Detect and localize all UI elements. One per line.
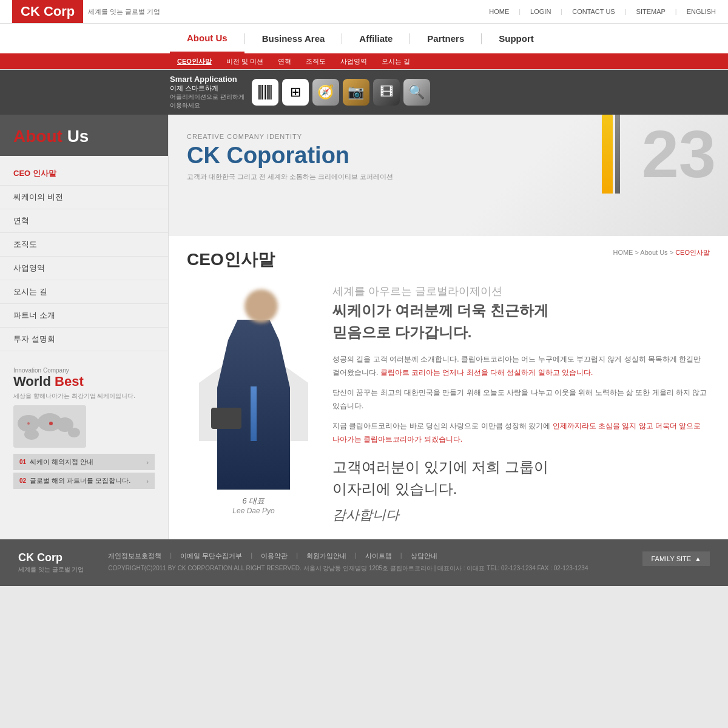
person-tablet <box>211 408 241 429</box>
link1-num: 01 <box>19 459 26 465</box>
ceo-para1: 성공의 길을 고객 여러분께 소개합니다. 클립아트코리아는 어느 누구에게도 … <box>332 353 710 379</box>
link2-arrow: › <box>146 477 149 485</box>
sidebar-item-vision[interactable]: 씨케이의 비전 <box>0 186 168 209</box>
ceo-section: CEO인사말 HOME > About Us > CEO인사말 <box>169 236 728 539</box>
logo-tagline: 세계를 잇는 글로벌 기업 <box>88 7 160 16</box>
top-nav-contact[interactable]: CONTACT US <box>572 8 615 15</box>
svg-point-7 <box>27 422 30 425</box>
innovation-label: Innovation Company <box>13 367 155 374</box>
footer-link-terms[interactable]: 이용약관 <box>261 551 288 561</box>
compass-icon[interactable]: 🧭 <box>312 79 339 106</box>
link2-text: 글로벌 해외 파트너를 모집합니다. <box>30 476 130 485</box>
breadcrumb-active: CEO인사말 <box>675 249 710 256</box>
link1-arrow: › <box>146 459 149 466</box>
footer-link-privacy[interactable]: 개인정보보호정책 <box>108 551 161 561</box>
footer-logo-area: CK Corp 세계를 잇는 글로벌 기업 <box>18 551 84 574</box>
main-navigation: About Us Business Area Affiliate Partner… <box>0 23 728 53</box>
hero-title: CK Coporation <box>187 143 710 169</box>
sidebar-item-ceo[interactable]: CEO 인사말 <box>0 162 168 186</box>
sidebar-item-investment[interactable]: 투자 설명회 <box>0 328 168 351</box>
ceo-person-image <box>193 283 314 490</box>
hero-label: CREATIVE COMPANY IDENTITY <box>187 133 710 140</box>
sub-navigation: CEO인사말 비전 및 미션 연혁 조직도 사업영역 오시는 길 <box>0 53 728 69</box>
sidebar-header: About Us <box>0 115 168 156</box>
content-wrapper: About Us CEO 인사말 씨케이의 비전 연혁 조직도 사업영역 오시는… <box>0 115 728 539</box>
pencil-graphic <box>602 115 613 194</box>
footer-link-consult[interactable]: 상담안내 <box>411 551 437 561</box>
camera-icon[interactable]: 📷 <box>343 79 369 106</box>
barcode-icon[interactable] <box>252 79 278 106</box>
ceo-intro-large: 세계를 아우르는 글로벌라이제이션 씨케이가 여러분께 더욱 친근하게 믿음으로… <box>332 283 710 343</box>
svg-point-6 <box>49 422 53 425</box>
footer-link-member[interactable]: 회원가입안내 <box>306 551 346 561</box>
link-item-2[interactable]: 02 글로벌 해외 파트너를 모집합니다. › <box>13 473 155 489</box>
sub-nav-history[interactable]: 연혁 <box>271 57 298 66</box>
sub-nav-directions[interactable]: 오시는 길 <box>374 57 417 66</box>
family-site-button[interactable]: FAMILY SITE ▲ <box>642 551 710 566</box>
ceo-breadcrumb: HOME > About Us > CEO인사말 <box>613 248 710 257</box>
sidebar-item-partner[interactable]: 파트너 소개 <box>0 304 168 328</box>
top-nav-home[interactable]: HOME <box>489 8 509 15</box>
ceo-text: 세계를 아우르는 글로벌라이제이션 씨케이가 여러분께 더욱 친근하게 믿음으로… <box>332 283 710 524</box>
sidebar-menu: CEO 인사말 씨케이의 비전 연혁 조직도 사업영역 오시는 길 파트너 소개… <box>0 156 168 357</box>
footer-link-sitemap[interactable]: 사이트맵 <box>365 551 392 561</box>
smart-app-banner: Smart Application 이제 스마트하게 어플리케이션으로 편리하게… <box>0 70 728 115</box>
family-site-arrow-icon: ▲ <box>695 555 701 562</box>
ceo-signature-caption: 6 대표 Lee Dae Pyo <box>187 496 320 515</box>
sub-nav-business[interactable]: 사업영역 <box>333 57 374 66</box>
ceo-intro-line2: 씨케이가 여러분께 더욱 친근하게 <box>332 300 710 322</box>
footer-info: 개인정보보호정책 | 이메일 무단수집거부 | 이용약관 | 회원가입안내 | … <box>108 551 588 573</box>
logo-area: CK Corp 세계를 잇는 글로벌 기업 <box>12 0 160 23</box>
logo-text[interactable]: CK Corp <box>12 0 83 23</box>
top-nav-sitemap[interactable]: SITEMAP <box>636 8 666 15</box>
sub-nav-vision[interactable]: 비전 및 미션 <box>219 57 271 66</box>
top-nav-login[interactable]: LOGIN <box>530 8 551 15</box>
link1-text: 씨케이 해외지점 안내 <box>30 457 93 467</box>
header: CK Corp 세계를 잇는 글로벌 기업 HOME | LOGIN | CON… <box>0 0 728 70</box>
nav-partners[interactable]: Partners <box>410 24 481 53</box>
nav-business-area[interactable]: Business Area <box>245 24 342 53</box>
film-icon[interactable]: 🎞 <box>373 79 400 106</box>
pencil-lead <box>615 115 620 194</box>
nav-about-us[interactable]: About Us <box>170 24 244 53</box>
sidebar-about: About <box>13 127 62 146</box>
sidebar-us: Us <box>67 127 89 146</box>
ceo-closing-line1: 고객여러분이 있기에 저희 그룹이 <box>332 456 710 478</box>
link-item-1[interactable]: 01 씨케이 해외지점 안내 › <box>13 454 155 470</box>
footer-tagline: 세계를 잇는 글로벌 기업 <box>18 565 84 574</box>
link-list: 01 씨케이 해외지점 안내 › 02 글로벌 해외 파트너를 모집합니다. › <box>13 454 155 489</box>
footer-link-email[interactable]: 이메일 무단수집거부 <box>180 551 242 561</box>
top-nav-english[interactable]: ENGLISH <box>687 8 716 15</box>
footer-copyright: COPYRIGHT(C)2011 BY CK CORPORATION ALL R… <box>108 564 588 573</box>
qr-icon[interactable]: ⊞ <box>282 79 309 106</box>
ceo-header: CEO인사말 HOME > About Us > CEO인사말 <box>187 248 710 271</box>
smart-banner-text: Smart Application 이제 스마트하게 어플리케이션으로 편리하게… <box>170 75 244 110</box>
ceo-body: 6 대표 Lee Dae Pyo 세계를 아우르는 글로벌라이제이션 씨케이가 … <box>187 283 710 524</box>
svg-point-4 <box>68 428 80 437</box>
hero-desc: 고객과 대한한국 그리고 전 세계와 소통하는 크리에이티브 코퍼레이션 <box>187 172 710 181</box>
header-top: CK Corp 세계를 잇는 글로벌 기업 HOME | LOGIN | CON… <box>0 0 728 23</box>
sub-nav-ceo[interactable]: CEO인사말 <box>170 57 219 66</box>
sidebar-item-org[interactable]: 조직도 <box>0 233 168 257</box>
hero-numbers: 23 <box>642 121 716 236</box>
family-site: FAMILY SITE ▲ <box>642 551 710 566</box>
world-best-section: Innovation Company World Best 세상을 향해나아가는… <box>0 357 168 501</box>
world-map <box>13 405 86 448</box>
nav-affiliate[interactable]: Affiliate <box>342 24 410 53</box>
ceo-closing: 고객여러분이 있기에 저희 그룹이 이자리에 있습니다. <box>332 456 710 500</box>
footer: CK Corp 세계를 잇는 글로벌 기업 개인정보보호정책 | 이메일 무단수… <box>0 539 728 586</box>
ceo-image-area: 6 대표 Lee Dae Pyo <box>187 283 320 524</box>
nav-support[interactable]: Support <box>482 24 551 53</box>
ceo-closing-line2: 이자리에 있습니다. <box>332 478 710 500</box>
main-content: CREATIVE COMPANY IDENTITY CK Coporation … <box>169 115 728 539</box>
sidebar: About Us CEO 인사말 씨케이의 비전 연혁 조직도 사업영역 오시는… <box>0 115 169 539</box>
sidebar-item-business[interactable]: 사업영역 <box>0 257 168 280</box>
svg-point-5 <box>24 429 39 440</box>
smart-banner-desc: 어플리케이션으로 편리하게이용하세요 <box>170 93 244 110</box>
sub-nav-org[interactable]: 조직도 <box>298 57 333 66</box>
ceo-intro-line3: 믿음으로 다가갑니다. <box>332 322 710 343</box>
magnify-icon[interactable]: 🔍 <box>403 79 430 106</box>
world-best-title: World Best <box>13 374 155 389</box>
sidebar-item-directions[interactable]: 오시는 길 <box>0 280 168 304</box>
sidebar-item-history[interactable]: 연혁 <box>0 209 168 233</box>
